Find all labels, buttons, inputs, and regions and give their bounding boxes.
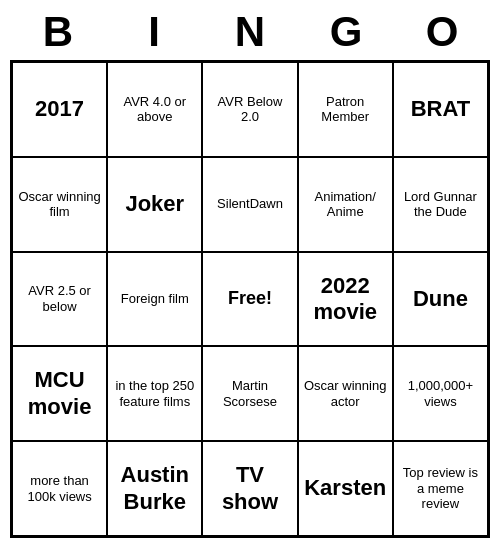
cell-r5c5[interactable]: Top review is a meme review [393,441,488,536]
cell-r1c4[interactable]: Patron Member [298,62,393,157]
cell-r4c5[interactable]: 1,000,000+ views [393,346,488,441]
cell-r4c4[interactable]: Oscar winning actor [298,346,393,441]
letter-i: I [110,8,198,56]
cell-r5c3[interactable]: TV show [202,441,297,536]
cell-r2c4[interactable]: Animation/ Anime [298,157,393,252]
cell-r2c1[interactable]: Oscar winning film [12,157,107,252]
cell-r2c2[interactable]: Joker [107,157,202,252]
cell-r5c1[interactable]: more than 100k views [12,441,107,536]
cell-r3c1[interactable]: AVR 2.5 or below [12,252,107,347]
letter-g: G [302,8,390,56]
cell-r5c4[interactable]: Karsten [298,441,393,536]
cell-r2c5[interactable]: Lord Gunnar the Dude [393,157,488,252]
cell-r3c5[interactable]: Dune [393,252,488,347]
letter-o: O [398,8,486,56]
cell-r1c3[interactable]: AVR Below 2.0 [202,62,297,157]
cell-r3c2[interactable]: Foreign film [107,252,202,347]
cell-r4c2[interactable]: in the top 250 feature films [107,346,202,441]
cell-r4c1[interactable]: MCU movie [12,346,107,441]
cell-r4c3[interactable]: Martin Scorsese [202,346,297,441]
bingo-title: B I N G O [10,0,490,60]
cell-r1c2[interactable]: AVR 4.0 or above [107,62,202,157]
cell-r1c1[interactable]: 2017 [12,62,107,157]
cell-r3c4[interactable]: 2022 movie [298,252,393,347]
cell-r3c3[interactable]: Free! [202,252,297,347]
letter-n: N [206,8,294,56]
letter-b: B [14,8,102,56]
cell-r5c2[interactable]: Austin Burke [107,441,202,536]
bingo-grid: 2017AVR 4.0 or aboveAVR Below 2.0Patron … [10,60,490,538]
cell-r1c5[interactable]: BRAT [393,62,488,157]
cell-r2c3[interactable]: SilentDawn [202,157,297,252]
